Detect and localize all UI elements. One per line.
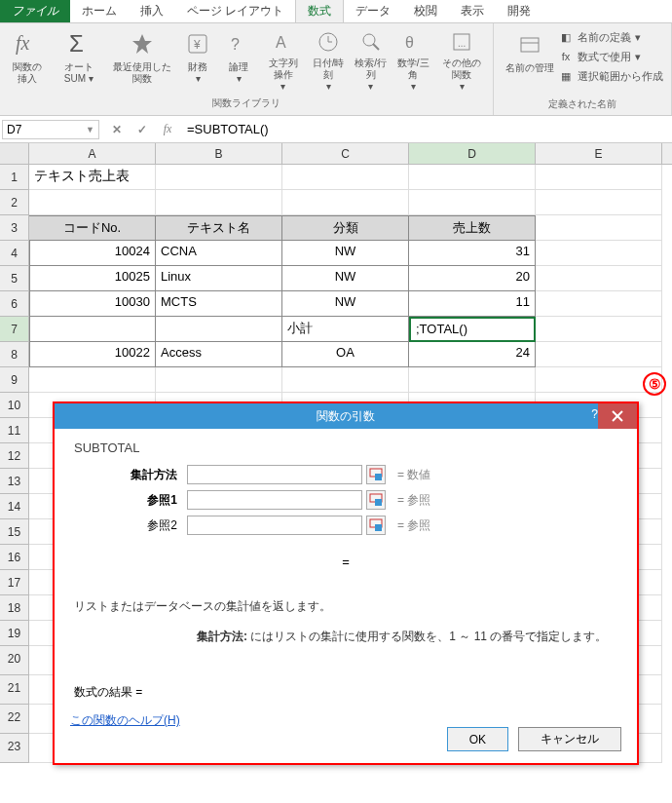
cell[interactable]: NW [282,266,409,291]
name-box[interactable]: D7▼ [2,120,99,139]
cell[interactable] [156,190,282,215]
tab-file[interactable]: ファイル [0,0,70,22]
tab-data[interactable]: データ [344,0,402,22]
cell[interactable] [282,190,409,215]
cell[interactable] [536,215,662,241]
row-header[interactable]: 2 [0,190,29,215]
cell[interactable] [536,241,662,266]
row-header[interactable]: 11 [0,418,29,443]
cell[interactable]: 10030 [29,291,156,317]
row-header[interactable]: 14 [0,494,29,519]
cell[interactable]: 10025 [29,266,156,291]
cell[interactable] [29,367,156,393]
cell[interactable] [156,165,282,190]
function-help-link[interactable]: この関数のヘルプ(H) [70,712,180,729]
cell[interactable]: CCNA [156,241,282,266]
cell[interactable]: テキスト売上表 [29,165,156,190]
create-from-selection-button[interactable]: ▦選択範囲から作成 [558,66,663,86]
financial-button[interactable]: ¥ 財務▾ [178,26,217,95]
row-header[interactable]: 5 [0,266,29,291]
tab-view[interactable]: 表示 [449,0,496,22]
row-header[interactable]: 7 [0,317,29,342]
lookup-button[interactable]: 検索/行列▾ [351,26,392,95]
row-header[interactable]: 22 [0,705,29,734]
cell[interactable]: Access [156,342,282,367]
cell[interactable]: NW [282,241,409,266]
cell[interactable] [409,367,536,393]
row-header[interactable]: 6 [0,291,29,317]
cell[interactable] [282,165,409,190]
cell[interactable] [536,317,662,342]
name-manager-button[interactable]: 名前の管理 [502,27,558,96]
recently-used-button[interactable]: 最近使用した関数 [107,26,176,95]
fx-icon[interactable]: fx [158,120,177,139]
help-icon[interactable]: ? [591,407,598,421]
row-header[interactable]: 3 [0,215,29,241]
row-header[interactable]: 18 [0,595,29,621]
cell[interactable]: テキスト名 [156,215,282,241]
row-header[interactable]: 15 [0,519,29,545]
cell[interactable] [536,190,662,215]
active-cell[interactable]: ;TOTAL() [409,317,536,342]
cell[interactable] [409,165,536,190]
cell[interactable]: OA [282,342,409,367]
cancel-icon[interactable]: ✕ [107,120,127,139]
cell[interactable]: NW [282,291,409,317]
cell[interactable]: 24 [409,342,536,367]
cell[interactable] [536,165,662,190]
arg-input-ref1[interactable] [187,490,362,510]
arg-input-function-num[interactable] [187,465,362,484]
cell[interactable] [282,367,409,393]
cell[interactable]: MCTS [156,291,282,317]
row-header[interactable]: 10 [0,393,29,418]
text-button[interactable]: A 文字列操作▾ [260,26,306,95]
col-header-c[interactable]: C [282,143,409,164]
col-header-d[interactable]: D [409,143,536,164]
row-header[interactable]: 12 [0,443,29,469]
cell[interactable] [409,190,536,215]
select-all-corner[interactable] [0,143,29,164]
datetime-button[interactable]: 日付/時刻▾ [308,26,349,95]
range-picker-icon[interactable] [366,490,386,510]
row-header[interactable]: 16 [0,545,29,570]
dialog-title-bar[interactable]: 関数の引数 ? [55,403,637,429]
cell[interactable]: 分類 [282,215,409,241]
cell[interactable]: 31 [409,241,536,266]
cell[interactable]: 20 [409,266,536,291]
cell[interactable] [156,367,282,393]
ok-button[interactable]: OK [447,727,508,751]
logical-button[interactable]: ? 論理▾ [219,26,258,95]
cell[interactable] [29,190,156,215]
col-header-e[interactable]: E [536,143,662,164]
cell[interactable]: Linux [156,266,282,291]
col-header-b[interactable]: B [156,143,282,164]
row-header[interactable]: 19 [0,621,29,646]
row-header[interactable]: 21 [0,675,29,705]
cell[interactable]: 10024 [29,241,156,266]
define-name-button[interactable]: ◧名前の定義 ▾ [558,27,663,47]
tab-review[interactable]: 校閲 [402,0,449,22]
use-in-formula-button[interactable]: fx数式で使用 ▾ [558,47,663,66]
close-icon[interactable] [598,403,637,429]
tab-developer[interactable]: 開発 [496,0,542,22]
cell[interactable]: コードNo. [29,215,156,241]
cell[interactable] [536,266,662,291]
cell[interactable] [536,291,662,317]
cell[interactable]: 小計 [282,317,409,342]
insert-function-button[interactable]: fx 関数の挿入 [4,26,50,95]
cell[interactable]: 11 [409,291,536,317]
range-picker-icon[interactable] [366,465,386,484]
cancel-button[interactable]: キャンセル [518,727,621,751]
row-header[interactable]: 20 [0,646,29,675]
row-header[interactable]: 1 [0,165,29,190]
cell[interactable] [29,317,156,342]
tab-insert[interactable]: 挿入 [129,0,175,22]
tab-formulas[interactable]: 数式 [295,0,344,22]
cell[interactable]: 10022 [29,342,156,367]
row-header[interactable]: 4 [0,241,29,266]
range-picker-icon[interactable] [366,516,386,535]
cell[interactable] [156,317,282,342]
row-header[interactable]: 9 [0,367,29,393]
enter-icon[interactable]: ✓ [132,120,152,139]
tab-page-layout[interactable]: ページ レイアウト [175,0,295,22]
